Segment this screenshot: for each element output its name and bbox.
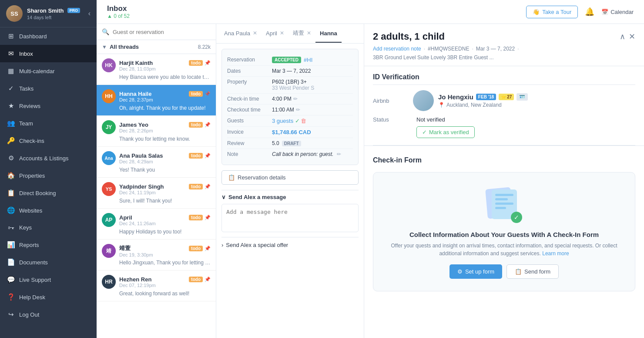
id-card-badge: 🪪 bbox=[517, 93, 528, 101]
dashboard-icon: ⊞ bbox=[7, 32, 15, 40]
nav-item-reports[interactable]: 📊 Reports bbox=[0, 236, 97, 254]
meta-sep: · bbox=[424, 46, 425, 52]
threads-count: 8.22k bbox=[198, 44, 211, 50]
calendar-icon: 📅 bbox=[601, 9, 608, 15]
tab-close-icon[interactable]: ✕ bbox=[307, 30, 311, 36]
pin-icon: 📌 bbox=[205, 91, 211, 97]
live-support-icon: 💬 bbox=[7, 276, 15, 284]
thread-item[interactable]: JY James Yeo todo 📌 Dec 28, 2:26pm bbox=[97, 116, 216, 147]
log-out-icon: ↪ bbox=[7, 311, 15, 318]
pin-icon: 📌 bbox=[205, 184, 211, 189]
status-label: Status bbox=[373, 116, 408, 123]
thread-preview: Hello Jingxuan, Thank you for letting m.… bbox=[102, 260, 211, 266]
tab-close-icon[interactable]: ✕ bbox=[253, 30, 257, 36]
nav-item-websites[interactable]: 🌐 Websites bbox=[0, 202, 97, 219]
thread-avatar: 靖 bbox=[102, 244, 116, 258]
edit-note-icon[interactable]: ✏ bbox=[337, 151, 341, 157]
avatar: SS bbox=[6, 5, 23, 22]
nav-item-help-desk[interactable]: ❓ Help Desk bbox=[0, 288, 97, 306]
special-offer-section[interactable]: › Send Alex a special offer bbox=[221, 237, 359, 253]
nav-item-properties[interactable]: 🏠 Properties bbox=[0, 167, 97, 184]
nav-item-accounts-listings[interactable]: ⚙ Accounts & Listings bbox=[0, 149, 97, 167]
todo-badge: todo bbox=[189, 91, 203, 97]
chevron-down-icon[interactable]: ▼ bbox=[102, 44, 107, 50]
search-icon: 🔍 bbox=[102, 28, 109, 35]
reservation-id[interactable]: #HI bbox=[304, 57, 312, 63]
property-sub: 33 West Pender S bbox=[272, 85, 314, 91]
multi-calendar-icon: ▦ bbox=[7, 67, 15, 75]
nav-item-live-support[interactable]: 💬 Live Support bbox=[0, 271, 97, 288]
thread-preview: Hey Bianca were you able to locate that.… bbox=[102, 74, 211, 80]
calendar-button[interactable]: 📅 Calendar bbox=[601, 9, 634, 15]
nav-item-documents[interactable]: 📄 Documents bbox=[0, 254, 97, 271]
tab-close-icon[interactable]: ✕ bbox=[280, 30, 284, 36]
send-form-button[interactable]: 📋 Send form bbox=[506, 264, 559, 279]
setup-form-button[interactable]: ⚙ Set up form bbox=[449, 264, 502, 279]
thread-preview: Yes! Thank you bbox=[102, 167, 211, 173]
tab-ana-paula[interactable]: Ana Paula ✕ bbox=[220, 25, 262, 43]
reservation-details-button[interactable]: 📋 Reservation details bbox=[221, 170, 359, 185]
tasks-icon: ✓ bbox=[7, 84, 15, 92]
reservation-id-meta: #HMQWSEEDNE bbox=[428, 46, 469, 52]
tab-hanna[interactable]: Hanna bbox=[315, 25, 342, 43]
mark-verified-button[interactable]: ✓ Mark as verified bbox=[416, 126, 475, 138]
reservation-meta: Add reservation note · #HMQWSEEDNE · Mar… bbox=[364, 46, 644, 66]
nav-item-team[interactable]: 👥 Team bbox=[0, 115, 97, 132]
learn-more-link[interactable]: Learn more bbox=[542, 250, 569, 257]
thread-item[interactable]: 靖 靖萱 todo 📌 Dec 19, 3:30pm bbox=[97, 240, 216, 270]
send-message-header[interactable]: ∨ Send Alex a message bbox=[221, 190, 359, 204]
thread-name: James Yeo bbox=[119, 122, 148, 128]
pin-icon: 📌 bbox=[205, 153, 211, 159]
thread-preview: Sure, I will! Thank you! bbox=[102, 198, 211, 204]
thread-preview: Happy Holidays to you too! bbox=[102, 229, 211, 235]
documents-icon: 📄 bbox=[7, 258, 15, 266]
checkin-form-section: Check-in Form bbox=[364, 145, 644, 297]
id-verification-title: ID Verification bbox=[373, 66, 635, 84]
nav-item-keys[interactable]: 🗝 Keys bbox=[0, 219, 97, 236]
thread-item[interactable]: YS Yadpinder Singh todo 📌 Dec 24, 11:1 bbox=[97, 178, 216, 209]
thread-item[interactable]: Ana Ana Paula Salas todo 📌 Dec 28, 4:2 bbox=[97, 147, 216, 178]
thread-item[interactable]: HH Hanna Haile todo 📌 Dec 28, 2:37pm bbox=[97, 85, 216, 116]
invoice-value[interactable]: $1,748.66 CAD bbox=[272, 129, 311, 135]
days-left: 14 days left bbox=[27, 15, 84, 20]
thread-item[interactable]: AP April todo 📌 Dec 24, 11:26am bbox=[97, 209, 216, 240]
collapse-icon[interactable]: ‹ bbox=[88, 10, 91, 17]
nav-item-inbox[interactable]: ✉ Inbox bbox=[0, 45, 97, 62]
chevron-up-icon[interactable]: ∧ bbox=[620, 32, 625, 41]
nav-item-direct-booking[interactable]: 📋 Direct Booking bbox=[0, 184, 97, 202]
user-name: Sharon Smith PRO bbox=[27, 7, 84, 14]
todo-badge: todo bbox=[189, 122, 203, 128]
pin-icon: 📌 bbox=[205, 277, 211, 282]
chevron-right-icon: › bbox=[221, 242, 223, 248]
nav-item-log-out[interactable]: ↪ Log Out bbox=[0, 306, 97, 323]
nav-item-reviews[interactable]: ★ Reviews bbox=[0, 97, 97, 115]
guests-value[interactable]: 3 guests bbox=[272, 118, 293, 124]
edit-checkin-icon[interactable]: ✏ bbox=[293, 96, 298, 102]
platform-label: Airbnb bbox=[373, 98, 408, 104]
search-input[interactable] bbox=[113, 29, 211, 35]
edit-checkout-icon[interactable]: ✏ bbox=[296, 107, 300, 113]
help-desk-icon: ❓ bbox=[7, 293, 15, 301]
notification-icon[interactable]: 🔔 bbox=[585, 7, 594, 17]
add-note-link[interactable]: Add reservation note bbox=[373, 46, 421, 52]
message-textarea[interactable] bbox=[221, 204, 359, 232]
close-right-panel-icon[interactable]: ✕ bbox=[629, 32, 635, 41]
take-tour-button[interactable]: 👋 Take a Tour bbox=[526, 6, 578, 18]
reports-icon: 📊 bbox=[7, 241, 15, 249]
tab-jingxuan[interactable]: 靖萱 ✕ bbox=[288, 24, 315, 43]
nav-item-multi-calendar[interactable]: ▦ Multi-calendar bbox=[0, 62, 97, 80]
stars-badge: ⭐ 27 bbox=[499, 94, 514, 100]
thread-item[interactable]: HR Hezhen Ren todo 📌 Dec 07, 12:19pm bbox=[97, 270, 216, 301]
nav-item-tasks[interactable]: ✓ Tasks bbox=[0, 80, 97, 97]
details-icon: 📋 bbox=[228, 174, 235, 181]
guests-delete-icon[interactable]: 🗑 bbox=[301, 118, 306, 124]
checkin-card-desc: Offer your quests and insight on arrival… bbox=[382, 242, 626, 257]
feb-badge: FEB '18 bbox=[476, 94, 496, 100]
todo-badge: todo bbox=[189, 153, 203, 159]
guest-location: 📍 Auckland, New Zealand bbox=[438, 102, 528, 108]
tab-april[interactable]: April ✕ bbox=[262, 25, 288, 43]
thread-panel: 🔍 ▼ All threads 8.22k HK bbox=[97, 24, 216, 338]
nav-item-check-ins[interactable]: 🔑 Check-ins bbox=[0, 132, 97, 149]
thread-item[interactable]: HK Harjit Kainth todo 📌 Dec 28, 11:03p bbox=[97, 54, 216, 85]
nav-item-dashboard[interactable]: ⊞ Dashboard bbox=[0, 27, 97, 45]
